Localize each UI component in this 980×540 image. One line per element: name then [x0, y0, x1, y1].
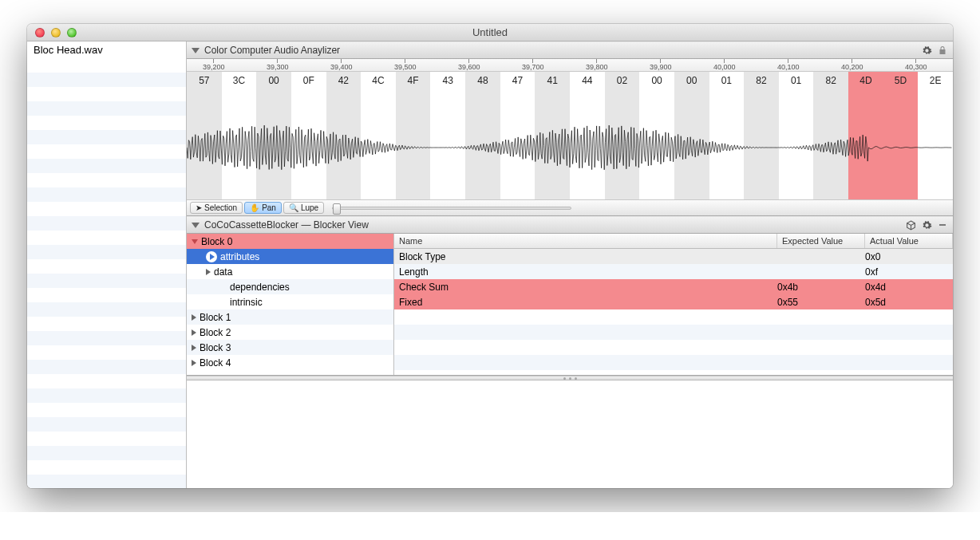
analyzer-panel: 39,20039,30039,40039,50039,60039,70039,8… [187, 59, 953, 216]
ruler-tick: 39,800 [586, 59, 608, 72]
tree-label: Block 3 [200, 342, 231, 353]
grid-row[interactable]: Length0xf [394, 264, 953, 279]
lupe-label: Lupe [301, 203, 318, 212]
hex-cell[interactable]: 5D [883, 72, 919, 199]
lupe-tool-button[interactable]: 🔍 Lupe [283, 202, 324, 214]
tree-row[interactable]: Block 4 [187, 355, 393, 370]
hex-cell[interactable]: 01 [709, 72, 745, 199]
cell-actual: 0x4d [860, 282, 948, 293]
hex-cell[interactable]: 57 [187, 72, 222, 199]
tree-row[interactable]: Block 0 [187, 234, 393, 249]
cell-actual: 0x5d [860, 297, 948, 308]
cell-actual: 0xf [860, 266, 948, 278]
chevron-right-icon [192, 314, 196, 321]
ruler-tick: 40,000 [713, 59, 736, 72]
hex-cell[interactable]: 44 [570, 72, 605, 199]
sidebar-empty [27, 58, 186, 488]
disclosure-triangle-icon[interactable] [192, 48, 200, 53]
tree-row[interactable]: data [187, 264, 393, 279]
hex-cell[interactable]: 3C [222, 72, 257, 199]
ruler-tick: 39,700 [522, 59, 544, 72]
chevron-right-icon [192, 329, 196, 336]
hex-cell[interactable]: 43 [430, 72, 465, 199]
gear-icon[interactable] [921, 219, 932, 231]
hex-cell[interactable]: 01 [779, 72, 814, 199]
titlebar: Untitled [27, 24, 953, 41]
chevron-right-icon [192, 345, 196, 351]
hex-cell[interactable]: 47 [500, 72, 535, 199]
hex-cell[interactable]: 00 [256, 72, 291, 199]
hex-cell[interactable]: 4C [361, 72, 396, 199]
hex-cell[interactable]: 0F [291, 72, 326, 199]
hex-waveform-area[interactable]: 2E5D4D8201820100000244414748434F4C420F00… [187, 72, 953, 199]
ruler-tick: 40,200 [841, 59, 863, 72]
attributes-grid: Name Expected Value Actual Value Block T… [394, 234, 953, 375]
tree-row[interactable]: Block 2 [187, 325, 393, 340]
hex-cell[interactable]: 42 [326, 72, 362, 199]
lock-icon [937, 45, 948, 56]
sidebar-item-file[interactable]: Bloc Head.wav [27, 41, 186, 58]
cell-expected: 0x4b [773, 282, 860, 293]
ruler-tick: 39,400 [330, 59, 353, 72]
cell-name: Check Sum [394, 282, 773, 293]
grid-row[interactable]: Check Sum0x4b0x4d [394, 279, 953, 294]
blocker-header: CoCoCassetteBlocker — Blocker View [187, 216, 953, 234]
tree-label: Block 1 [200, 312, 231, 323]
app-window: Untitled Bloc Head.wav Color Computer Au… [27, 24, 953, 488]
tree-label: Block 0 [201, 236, 232, 247]
grid-empty-rows [394, 309, 953, 375]
ruler-tick: 39,900 [650, 59, 672, 72]
tree-row[interactable]: Block 1 [187, 309, 393, 325]
grid-row[interactable]: Fixed0x550x5d [394, 294, 953, 309]
hex-cell[interactable]: 82 [813, 72, 848, 199]
cell-name: Block Type [394, 251, 773, 262]
ruler-tick: 40,100 [777, 59, 800, 72]
tree-label: Block 2 [200, 327, 231, 338]
hex-cell[interactable]: 02 [605, 72, 640, 199]
cursor-icon: ➤ [196, 203, 202, 212]
grid-row[interactable]: Block Type0x0 [394, 249, 953, 264]
column-actual[interactable]: Actual Value [865, 234, 953, 248]
magnifier-icon: 🔍 [289, 203, 298, 212]
chevron-right-icon [206, 269, 211, 275]
analyzer-toolbar: ➤ Selection ✋ Pan 🔍 Lupe [187, 199, 953, 215]
bottom-empty-panel [187, 380, 953, 488]
sidebar: Bloc Head.wav [27, 41, 187, 488]
tree-row[interactable]: dependencies [187, 279, 393, 294]
hex-cell[interactable]: 00 [639, 72, 674, 199]
hex-cell[interactable]: 4F [396, 72, 431, 199]
chevron-down-icon [192, 239, 198, 244]
zoom-slider[interactable] [332, 207, 571, 210]
column-expected[interactable]: Expected Value [777, 234, 865, 248]
pan-tool-button[interactable]: ✋ Pan [244, 202, 282, 214]
pan-label: Pan [262, 203, 276, 212]
blocker-panel: Block 0attributesdatadependenciesintrins… [187, 234, 953, 376]
selection-label: Selection [204, 203, 237, 212]
tree-row[interactable]: intrinsic [187, 294, 393, 309]
tree-label: dependencies [230, 282, 290, 293]
timeline-ruler[interactable]: 39,20039,30039,40039,50039,60039,70039,8… [187, 59, 953, 72]
zoom-slider-thumb[interactable] [333, 203, 341, 215]
hex-cell[interactable]: 4D [848, 72, 883, 199]
tree-row[interactable]: attributes [187, 249, 393, 264]
tree-row[interactable]: Block 3 [187, 340, 393, 355]
selection-tool-button[interactable]: ➤ Selection [190, 202, 243, 214]
hex-cell[interactable]: 41 [535, 72, 570, 199]
minimize-panel-icon[interactable] [937, 219, 948, 231]
gear-icon[interactable] [921, 45, 932, 56]
hex-cell[interactable]: 2E [918, 72, 953, 199]
ruler-tick: 39,300 [267, 59, 289, 72]
block-tree[interactable]: Block 0attributesdatadependenciesintrins… [187, 234, 394, 375]
grid-header: Name Expected Value Actual Value [394, 234, 953, 249]
cell-actual: 0x0 [860, 251, 948, 262]
disclosure-triangle-icon[interactable] [192, 223, 200, 228]
tree-label: attributes [220, 251, 259, 262]
hex-cell[interactable]: 82 [744, 72, 779, 199]
hex-cell[interactable]: 48 [465, 72, 500, 199]
window-title: Untitled [27, 26, 953, 38]
ruler-tick: 39,500 [394, 59, 417, 72]
analyzer-title: Color Computer Audio Anaylizer [204, 45, 340, 56]
hex-cell[interactable]: 00 [674, 72, 709, 199]
column-name[interactable]: Name [394, 234, 777, 248]
cube-icon[interactable] [905, 219, 916, 231]
